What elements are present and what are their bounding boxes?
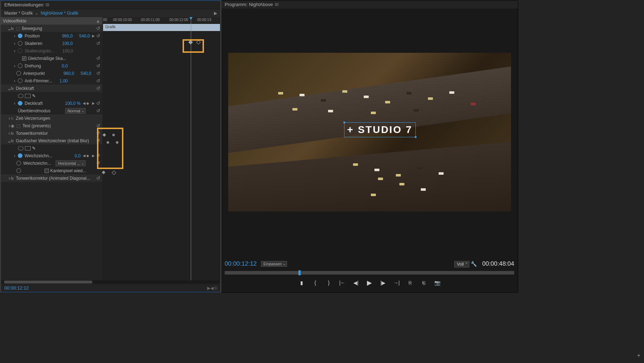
reset-icon[interactable]: ↺ [96, 71, 100, 76]
reset-icon[interactable]: ↺ [96, 26, 100, 31]
value[interactable]: 100,0 % [65, 101, 81, 106]
gaussian-blur-effect[interactable]: fx Gaußscher Weichzeichner (Initial Blur… [1, 137, 102, 144]
extract-icon[interactable]: ⎗ [420, 280, 427, 286]
ellipse-mask-icon[interactable] [18, 94, 24, 98]
twirl-icon[interactable] [3, 124, 9, 128]
play-arrow-icon[interactable]: ▶ [214, 11, 217, 16]
eye-icon[interactable]: ◉ [11, 123, 14, 128]
timeline-scrollbar[interactable] [2, 280, 220, 284]
video-viewer[interactable]: + STUDIO 7 [221, 9, 518, 255]
blend-dropdown[interactable]: Normal [65, 108, 86, 114]
opacity-effect[interactable]: fx Deckkraft ↺ [1, 85, 102, 92]
reset-icon[interactable]: ↺ [96, 63, 100, 68]
keyframe-timeline[interactable]: 00 00:00:10:00 00:00:11:00 00:00:12:00 0… [102, 17, 221, 280]
blend-mode-prop[interactable]: Überblendmodus Normal ↺ [1, 107, 102, 114]
twirl-icon[interactable] [13, 154, 16, 158]
stopwatch-icon[interactable] [18, 101, 22, 106]
flicker-prop[interactable]: Anti-Flimmer... 1,00 ↺ [1, 77, 102, 85]
value-x[interactable]: 960,0 [62, 34, 73, 39]
next-kf-icon[interactable]: ▶ [92, 101, 95, 105]
quality-dropdown[interactable]: Voll [454, 261, 469, 267]
blur-amount-prop[interactable]: Weichzeichn... 0,0 ◀ ◆ ▶ ↺ [1, 152, 102, 159]
prev-kf-icon[interactable]: ◀ [83, 101, 86, 105]
chevron-down-icon[interactable]: ⌄ [35, 11, 39, 16]
reset-icon[interactable]: ↺ [96, 41, 100, 46]
reset-icon[interactable]: ↺ [96, 108, 100, 113]
position-prop[interactable]: Position 960,0 540,0 ▶ ↺ [1, 32, 102, 40]
reset-icon[interactable]: ↺ [96, 123, 100, 128]
pen-mask-icon[interactable]: ✎ [32, 146, 36, 151]
rotation-prop[interactable]: Drehung 0,0 ↺ [1, 62, 102, 70]
stopwatch-icon[interactable] [18, 34, 22, 38]
loop-icon[interactable]: ▶◀ ⎘ [204, 284, 221, 292]
reset-icon[interactable]: ↺ [96, 101, 100, 106]
rect-mask-icon[interactable] [25, 94, 31, 98]
mark-out-icon[interactable]: } [326, 280, 332, 286]
value[interactable]: 100,0 [62, 41, 73, 46]
stopwatch-icon[interactable] [16, 168, 21, 173]
keyframe-icon[interactable] [107, 141, 109, 144]
reset-icon[interactable]: ↺ [96, 131, 100, 136]
master-clip[interactable]: Master * Grafik [4, 11, 33, 16]
rect-mask-icon[interactable] [25, 146, 31, 150]
value-y[interactable]: 540,0 [81, 71, 91, 76]
value-x[interactable]: 960,0 [63, 71, 74, 76]
text-overlay[interactable]: + STUDIO 7 [344, 122, 416, 137]
twirl-icon[interactable] [3, 27, 9, 30]
prev-kf-icon[interactable]: ◀ [83, 154, 86, 158]
program-timecode[interactable]: 00:00:12:12 [225, 260, 257, 267]
next-kf-icon[interactable]: ▶ [92, 34, 95, 38]
ellipse-mask-icon[interactable] [18, 146, 24, 150]
twirl-icon[interactable] [13, 42, 16, 45]
twirl-icon[interactable] [3, 177, 9, 180]
twirl-icon[interactable] [3, 117, 9, 120]
keyframe-icon[interactable] [103, 133, 106, 137]
motion-effect[interactable]: fx ⬚ Bewegung ↺ [1, 25, 102, 32]
scrub-bar[interactable] [225, 271, 514, 275]
blur-dir-prop[interactable]: Weichzeichn... Horizontal ... ↺ [1, 159, 102, 167]
stopwatch-icon[interactable] [18, 78, 22, 83]
reset-icon[interactable]: ↺ [96, 78, 100, 83]
add-kf-icon[interactable]: ◆ [86, 101, 89, 105]
settings-icon[interactable]: 🔧 [471, 261, 477, 267]
playhead[interactable] [191, 17, 191, 280]
twirl-icon[interactable] [13, 102, 16, 105]
export-frame-icon[interactable]: 📷 [434, 280, 440, 286]
step-back-icon[interactable]: ◀| [353, 280, 359, 286]
keyframe-icon[interactable] [112, 134, 115, 136]
twirl-icon[interactable] [3, 132, 9, 135]
clip-bar[interactable]: Grafik [103, 24, 220, 31]
stopwatch-icon[interactable] [16, 161, 21, 165]
stopwatch-icon[interactable] [18, 41, 22, 46]
lumetri-effect[interactable]: fx Tonwertkorrektur ↺ [1, 129, 102, 137]
pen-mask-icon[interactable]: ✎ [32, 93, 36, 98]
reset-icon[interactable]: ↺ [96, 160, 100, 166]
collapse-icon[interactable]: ▲ [96, 19, 100, 24]
current-timecode[interactable]: 00:00:12:12 [1, 284, 32, 292]
scale-prop[interactable]: Skalieren 100,0 ↺ [1, 40, 102, 47]
panel-menu-icon[interactable] [46, 4, 49, 6]
stopwatch-icon[interactable] [18, 153, 22, 158]
keyframe-icon[interactable] [102, 171, 106, 174]
text-effect[interactable]: ◉ ⬚ Text (presents) ↺ [1, 122, 102, 129]
add-marker-icon[interactable]: { [312, 280, 318, 286]
reset-icon[interactable]: ↺ [96, 175, 100, 181]
next-kf-icon[interactable]: ▶ [92, 154, 95, 158]
panel-menu-icon[interactable] [275, 3, 278, 6]
twirl-icon[interactable] [3, 139, 9, 143]
go-to-in-icon[interactable]: |← [339, 280, 346, 286]
anchor-prop[interactable]: Ankerpunkt 960,0 540,0 ↺ [1, 70, 102, 77]
go-to-out-icon[interactable]: →| [393, 280, 400, 286]
opacity-value-prop[interactable]: Deckkraft 100,0 % ◀ ◆ ▶ ↺ [1, 99, 102, 107]
step-forward-icon[interactable]: |▶ [380, 280, 386, 286]
twirl-icon[interactable] [3, 87, 9, 90]
keyframe-icon[interactable] [112, 170, 116, 175]
twirl-icon[interactable] [13, 64, 16, 68]
mark-in-icon[interactable]: ▮ [298, 280, 305, 286]
add-kf-icon[interactable]: ◆ [86, 154, 89, 158]
zoom-dropdown[interactable]: Einpassen [261, 261, 287, 267]
stopwatch-icon[interactable] [16, 71, 21, 76]
twirl-icon[interactable] [13, 34, 16, 38]
reset-icon[interactable]: ↺ [96, 138, 100, 143]
twirl-icon[interactable] [13, 79, 16, 83]
